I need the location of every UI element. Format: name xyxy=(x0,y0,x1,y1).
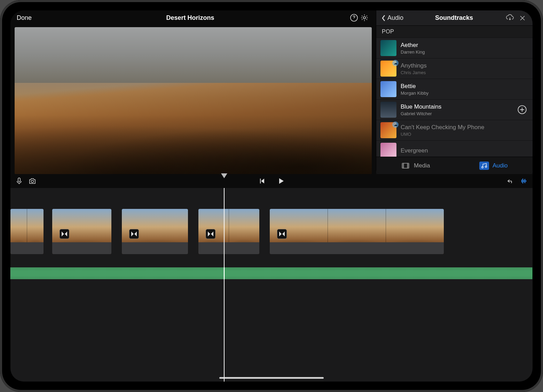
panel-title: Soundtracks xyxy=(406,14,503,22)
play-icon[interactable] xyxy=(276,176,286,186)
download-all-icon[interactable] xyxy=(505,13,515,23)
skip-back-icon[interactable] xyxy=(257,176,267,186)
svg-point-7 xyxy=(31,180,34,183)
video-track[interactable] xyxy=(10,209,533,254)
undo-icon[interactable] xyxy=(505,176,516,186)
track-name: Evergreen xyxy=(401,147,512,154)
cloud-badge-icon: ☁ xyxy=(392,121,399,128)
transition-icon[interactable] xyxy=(129,229,139,239)
video-clip[interactable] xyxy=(270,209,444,254)
back-label: Audio xyxy=(387,14,403,22)
add-track-icon[interactable] xyxy=(516,103,528,116)
track-artist: Gabriel Witcher xyxy=(401,111,512,116)
transition-icon[interactable] xyxy=(60,229,69,239)
track-trailing xyxy=(516,144,528,157)
tab-audio-label: Audio xyxy=(493,162,507,169)
soundtracks-panel: Audio Soundtracks POP AetherDarren King☁… xyxy=(376,10,533,174)
filmstrip-icon xyxy=(401,162,410,170)
track-trailing xyxy=(516,83,528,95)
svg-point-4 xyxy=(482,166,483,168)
svg-rect-6 xyxy=(18,178,20,182)
music-note-icon xyxy=(479,162,489,170)
track-row[interactable]: AetherDarren King xyxy=(376,38,533,58)
tab-audio[interactable]: Audio xyxy=(455,157,533,174)
video-preview[interactable] xyxy=(15,27,372,174)
done-button[interactable]: Done xyxy=(17,14,32,22)
track-trailing xyxy=(516,62,528,75)
svg-point-1 xyxy=(363,17,365,19)
microphone-icon[interactable] xyxy=(14,176,24,186)
track-row[interactable]: BettieMorgan Kibby xyxy=(376,79,533,100)
camera-icon[interactable] xyxy=(27,176,38,186)
playhead-knob[interactable] xyxy=(221,173,227,178)
app-screen: Done Desert Horizons Audio xyxy=(10,10,533,382)
home-indicator[interactable] xyxy=(219,377,324,379)
timeline[interactable] xyxy=(10,188,533,382)
genre-header: POP xyxy=(376,26,533,38)
transition-icon[interactable] xyxy=(277,229,287,239)
track-trailing xyxy=(516,42,528,54)
ipad-frame: Done Desert Horizons Audio xyxy=(0,0,543,392)
help-icon[interactable] xyxy=(349,13,359,23)
audio-waveform xyxy=(10,267,533,279)
track-row[interactable]: Evergreen xyxy=(376,141,533,157)
svg-point-5 xyxy=(485,166,487,167)
video-clip[interactable] xyxy=(10,209,44,254)
album-art xyxy=(380,143,396,157)
track-name: Bettie xyxy=(401,83,512,90)
waveform-icon[interactable] xyxy=(519,176,529,186)
tab-media[interactable]: Media xyxy=(376,157,455,174)
album-art xyxy=(380,102,396,118)
playhead[interactable] xyxy=(224,188,225,382)
track-list[interactable]: AetherDarren King☁AnythingsChris JamesBe… xyxy=(376,38,533,157)
track-artist: Darren King xyxy=(401,49,512,55)
track-artist: Chris James xyxy=(401,70,512,75)
track-artist: Morgan Kibby xyxy=(401,91,512,96)
album-art xyxy=(380,40,396,56)
track-name: Blue Mountains xyxy=(401,103,512,110)
audio-track[interactable] xyxy=(10,267,533,279)
back-to-audio-button[interactable]: Audio xyxy=(381,14,403,22)
project-title: Desert Horizons xyxy=(32,14,349,22)
track-name: Can't Keep Checking My Phone xyxy=(401,124,512,131)
transition-icon[interactable] xyxy=(206,229,215,239)
track-name: Aether xyxy=(401,42,512,49)
track-row[interactable]: ☁AnythingsChris James xyxy=(376,58,533,79)
settings-icon[interactable] xyxy=(359,13,370,23)
close-panel-icon[interactable] xyxy=(517,13,528,23)
preview-header: Done Desert Horizons xyxy=(10,10,376,25)
cloud-badge-icon: ☁ xyxy=(392,60,399,66)
track-trailing xyxy=(516,124,528,136)
timeline-toolbar xyxy=(10,174,533,188)
track-name: Anythings xyxy=(401,62,512,69)
album-art xyxy=(380,81,396,97)
track-row[interactable]: Blue MountainsGabriel Witcher xyxy=(376,100,533,120)
track-row[interactable]: ☁Can't Keep Checking My PhoneUMO xyxy=(376,120,533,141)
tab-media-label: Media xyxy=(414,162,430,169)
track-artist: UMO xyxy=(401,132,512,137)
